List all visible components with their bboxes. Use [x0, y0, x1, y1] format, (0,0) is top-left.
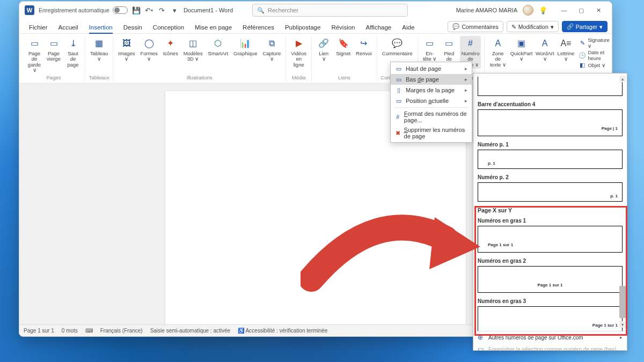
status-page[interactable]: Page 1 sur 1	[24, 328, 54, 334]
link-button[interactable]: 🔗Lien ∨	[315, 36, 332, 63]
object-button[interactable]: ◧Objet ∨	[579, 62, 612, 68]
header-icon: ▭	[423, 37, 436, 50]
chart-icon: 📊	[239, 37, 252, 50]
dd-marges[interactable]: ▯Marges de la page▸	[391, 85, 472, 95]
dd-format[interactable]: #Format des numéros de page...	[391, 109, 472, 125]
cross-reference-button[interactable]: ↪Renvoi	[354, 36, 374, 57]
titlebar: W Enregistrement automatique 💾 ↶▾ ↷ ▾ Do…	[19, 2, 612, 19]
scroll-thumb[interactable]	[619, 286, 626, 318]
dd-haut-de-page[interactable]: ▭Haut de page▸	[391, 63, 472, 74]
page-number-dropdown: ▭Haut de page▸ ▭Bas de page▸ ▯Marges de …	[390, 62, 472, 143]
gallery-save-selection: ▭Enregistrer la sélection comme numéro d…	[473, 343, 627, 351]
text-box-button[interactable]: AZone de texte ∨	[488, 36, 508, 69]
online-video-button[interactable]: ▶Vidéos en ligne	[289, 36, 308, 69]
undo-icon[interactable]: ↶▾	[145, 6, 153, 14]
status-words[interactable]: 0 mots	[62, 328, 78, 334]
dd-supprimer[interactable]: ✖Supprimer les numéros de page	[391, 125, 472, 141]
bookmark-button[interactable]: 🔖Signet	[334, 36, 352, 57]
quickpart-button[interactable]: ▣QuickPart ∨	[510, 36, 533, 63]
page-break-button[interactable]: ⤓Saut de page	[64, 36, 82, 69]
chart-button[interactable]: 📊Graphique	[232, 36, 259, 57]
smartart-button[interactable]: ⬡SmartArt	[207, 36, 230, 57]
office-icon: ⊕	[478, 334, 485, 341]
search-icon: 🔍	[257, 7, 265, 14]
link-icon: 🔗	[317, 37, 330, 50]
dd-bas-de-page[interactable]: ▭Bas de page▸	[391, 74, 472, 85]
object-icon: ◧	[579, 62, 586, 68]
tab-conception[interactable]: Conception	[148, 21, 189, 33]
tab-revision[interactable]: Révision	[326, 21, 360, 33]
screenshot-button[interactable]: ⧉Capture ∨	[261, 36, 282, 63]
tab-references[interactable]: Références	[237, 21, 280, 33]
status-language[interactable]: Français (France)	[100, 328, 143, 334]
cover-page-button[interactable]: ▭Page de garde ∨	[26, 36, 43, 75]
comments-button[interactable]: 💬 Commentaires	[448, 21, 503, 32]
save-selection-icon: ▭	[478, 345, 485, 351]
redo-icon[interactable]: ↷	[158, 6, 166, 14]
gallery-item-bold-1[interactable]: Page 1 sur 1	[478, 226, 623, 253]
header-button[interactable]: ▭En- tête ∨	[421, 36, 438, 63]
tab-publipostage[interactable]: Publipostage	[280, 21, 326, 33]
search-input[interactable]: 🔍 Rechercher	[252, 4, 408, 17]
ribbon-group-tableaux: ▦Tableau ∨ Tableaux	[85, 36, 113, 82]
document-title: Document1 - Word	[184, 7, 233, 13]
gallery-more-office[interactable]: ⊕Autres numéros de page sur Office.com▸	[473, 331, 627, 343]
tab-aide[interactable]: Aide	[397, 21, 420, 33]
dd-position[interactable]: ▭Position actuelle▸	[391, 95, 472, 106]
tab-affichage[interactable]: Affichage	[361, 21, 397, 33]
dropdown-separator	[394, 107, 469, 108]
quick-access-toolbar: 💾 ↶▾ ↷ ▾	[132, 6, 179, 14]
comment-button[interactable]: 💬Commentaire	[380, 36, 414, 57]
word-app-icon: W	[25, 5, 34, 15]
qat-dropdown-icon[interactable]: ▾	[171, 6, 179, 14]
tab-insertion[interactable]: Insertion	[84, 21, 118, 33]
scroll-up-icon[interactable]: ▴	[619, 76, 626, 82]
shapes-button[interactable]: ◯Formes ∨	[138, 36, 159, 63]
user-avatar[interactable]	[523, 5, 533, 16]
gallery-scrollbar[interactable]: ▴ ▾	[619, 76, 626, 328]
share-button[interactable]: 🔗 Partager ▾	[562, 21, 608, 32]
gallery-item-bold-3[interactable]: Page 1 sur 1	[478, 306, 623, 331]
3d-models-button[interactable]: ◫Modèles 3D ∨	[182, 36, 204, 63]
scroll-down-icon[interactable]: ▾	[619, 321, 626, 328]
icons-button[interactable]: ✦Icônes	[162, 36, 180, 57]
page-icon: ▭	[28, 37, 41, 50]
maximize-button[interactable]: ▢	[573, 4, 589, 17]
gallery-label: Numéros en gras 1	[477, 216, 624, 225]
page-margins-icon: ▯	[395, 86, 402, 94]
text-side-group: ✎Signature ∨ 🕒Date et heure ◧Objet ∨	[577, 36, 612, 69]
tab-dessin[interactable]: Dessin	[118, 21, 148, 33]
gallery-label: Barre d'accentuation 4	[477, 99, 624, 108]
gallery-item-numero-p1[interactable]: p. 1	[478, 150, 623, 169]
drop-cap-button[interactable]: A≡Lettrine ∨	[557, 36, 575, 63]
signature-button[interactable]: ✎Signature ∨	[579, 37, 612, 49]
coming-soon-icon[interactable]: 💡	[539, 6, 547, 14]
text-predictions-icon[interactable]: ⌨	[85, 328, 93, 334]
gallery-item-accent4[interactable]	[478, 77, 623, 96]
datetime-button[interactable]: 🕒Date et heure	[579, 49, 612, 61]
table-button[interactable]: ▦Tableau ∨	[89, 36, 109, 63]
status-autocomplete[interactable]: Saisie semi-automatique : activée	[150, 328, 231, 334]
textbox-icon: A	[492, 37, 504, 50]
gallery-item-numero-p2[interactable]: p. 1	[478, 182, 623, 202]
close-button[interactable]: ✕	[590, 4, 606, 17]
page-top-icon: ▭	[395, 65, 402, 72]
gallery-item-accent-bar-4[interactable]: Page | 1	[478, 109, 623, 136]
save-icon[interactable]: 💾	[132, 6, 141, 14]
crossref-icon: ↪	[357, 37, 370, 50]
tab-accueil[interactable]: Accueil	[53, 21, 84, 33]
wordart-button[interactable]: AWordArt ∨	[535, 36, 555, 63]
status-accessibility[interactable]: ♿ Accessibilité : vérification terminée	[238, 328, 327, 334]
minimize-button[interactable]: —	[556, 4, 572, 17]
images-button[interactable]: 🖼Images ∨	[116, 36, 136, 63]
ribbon-group-pages: ▭Page de garde ∨ ▭Page vierge ⤓Saut de p…	[23, 36, 85, 82]
blank-page-button[interactable]: ▭Page vierge	[45, 36, 62, 63]
tab-mise-en-page[interactable]: Mise en page	[189, 21, 237, 33]
toggle-off-icon[interactable]	[113, 6, 128, 14]
tab-fichier[interactable]: Fichier	[24, 21, 53, 33]
gallery-item-bold-2[interactable]: Page 1 sur 1	[478, 266, 623, 293]
autosave-toggle[interactable]: Enregistrement automatique	[39, 6, 128, 14]
editing-mode-button[interactable]: ✎ Modification ▾	[507, 21, 559, 32]
gallery-label: Numéros en gras 3	[477, 296, 624, 305]
footer-icon: ▭	[443, 37, 456, 50]
